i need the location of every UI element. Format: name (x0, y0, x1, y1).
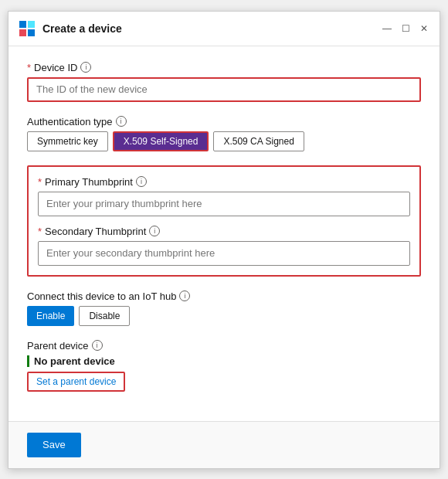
secondary-thumbprint-section: * Secondary Thumbprint i (38, 226, 410, 266)
connect-hub-buttons: Enable Disable (27, 306, 421, 326)
minimize-button[interactable]: — (381, 22, 393, 35)
form-footer: Save (8, 421, 440, 468)
primary-thumbprint-label-text: Primary Thumbprint (45, 176, 133, 188)
parent-device-info-icon[interactable]: i (92, 340, 103, 351)
parent-device-value: No parent device (27, 355, 421, 367)
close-button[interactable]: ✕ (418, 22, 430, 35)
enable-button[interactable]: Enable (27, 306, 74, 326)
create-device-window: Create a device — ☐ ✕ * Device ID i Auth… (8, 11, 440, 469)
parent-device-value-container: No parent device Set a parent device (27, 355, 421, 392)
save-button[interactable]: Save (27, 433, 81, 457)
thumbprint-group: * Primary Thumbprint i * Secondary Thumb… (27, 165, 421, 277)
set-parent-device-button[interactable]: Set a parent device (27, 372, 125, 392)
device-id-section: * Device ID i (27, 62, 421, 102)
device-id-input[interactable] (27, 77, 421, 102)
primary-thumbprint-input[interactable] (38, 192, 410, 216)
auth-symmetric-key-button[interactable]: Symmetric key (27, 131, 108, 151)
connect-hub-label-text: Connect this device to an IoT hub (27, 290, 176, 302)
window-controls: — ☐ ✕ (381, 22, 430, 35)
app-icon (18, 19, 36, 38)
secondary-thumbprint-input[interactable] (38, 241, 410, 266)
device-id-info-icon[interactable]: i (80, 62, 91, 73)
parent-device-label: Parent device i (27, 340, 421, 352)
connect-hub-label: Connect this device to an IoT hub i (27, 290, 421, 302)
secondary-thumbprint-label-text: Secondary Thumbprint (45, 226, 146, 237)
auth-x509-ca-signed-button[interactable]: X.509 CA Signed (213, 131, 304, 151)
svg-rect-3 (28, 29, 35, 36)
maximize-button[interactable]: ☐ (399, 22, 412, 35)
parent-device-section: Parent device i No parent device Set a p… (27, 340, 421, 392)
primary-thumbprint-required-star: * (38, 176, 42, 188)
auth-type-label-text: Authentication type (27, 116, 113, 127)
auth-type-buttons: Symmetric key X.509 Self-Signed X.509 CA… (27, 131, 421, 151)
connect-hub-section: Connect this device to an IoT hub i Enab… (27, 290, 421, 326)
primary-thumbprint-section: * Primary Thumbprint i (38, 176, 410, 216)
parent-device-label-text: Parent device (27, 340, 89, 352)
svg-rect-1 (28, 21, 35, 28)
auth-type-info-icon[interactable]: i (116, 116, 127, 127)
device-id-label-text: Device ID (34, 62, 77, 73)
svg-rect-2 (19, 29, 26, 36)
auth-type-section: Authentication type i Symmetric key X.50… (27, 116, 421, 151)
form-content: * Device ID i Authentication type i Symm… (8, 46, 440, 421)
auth-type-label: Authentication type i (27, 116, 421, 127)
svg-rect-0 (19, 21, 26, 28)
disable-button[interactable]: Disable (79, 306, 130, 326)
primary-thumbprint-label: * Primary Thumbprint i (38, 176, 410, 188)
title-bar: Create a device — ☐ ✕ (8, 12, 440, 46)
device-id-required-star: * (27, 62, 31, 73)
connect-hub-info-icon[interactable]: i (179, 290, 190, 301)
secondary-thumbprint-label: * Secondary Thumbprint i (38, 226, 410, 237)
secondary-thumbprint-required-star: * (38, 226, 42, 237)
auth-x509-self-signed-button[interactable]: X.509 Self-Signed (113, 131, 209, 151)
primary-thumbprint-info-icon[interactable]: i (136, 176, 147, 187)
secondary-thumbprint-info-icon[interactable]: i (149, 226, 160, 236)
window-title: Create a device (42, 22, 381, 35)
device-id-label: * Device ID i (27, 62, 421, 73)
